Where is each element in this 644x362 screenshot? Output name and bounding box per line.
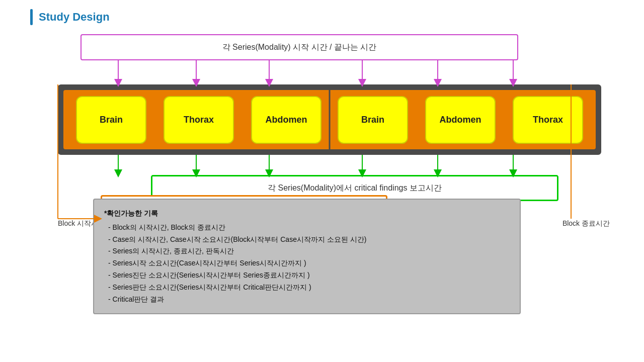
inner-orange-container: Brain Thorax Abdomen Brain Abdomen Thor	[63, 90, 596, 149]
info-item-4: - Series시작 소요시간(Case시작시간부터 Series시작시간까지 …	[108, 257, 510, 269]
group-divider	[329, 90, 331, 149]
title-bar-decoration	[30, 9, 33, 25]
page-title: Study Design	[39, 11, 110, 24]
info-item-3: - Series의 시작시간, 종료시간, 판독시간	[108, 245, 510, 257]
critical-findings-text: 각 Series(Modality)에서 critical findings 보…	[268, 183, 442, 194]
series-box-thorax-2: Thorax	[513, 96, 583, 144]
series-group-1: Brain Thorax Abdomen	[69, 96, 328, 144]
series-box-abdomen-2: Abdomen	[425, 96, 496, 144]
page-title-area: Study Design	[0, 0, 644, 25]
series-box-thorax-1: Thorax	[164, 96, 234, 144]
info-item-6: - Series판단 소요시간(Series시작시간부터 Critical판단시…	[108, 282, 510, 294]
diagram-area: 각 Series(Modality) 시작 시간 / 끝나는 시간 Brain …	[30, 34, 624, 225]
info-box: *확인가능한 기록 - Block의 시작시간, Block의 종료시간 - C…	[93, 199, 521, 314]
block-end-label: Block 종료시간	[562, 219, 610, 228]
series-box-brain-2: Brain	[338, 96, 408, 144]
series-box-brain-1: Brain	[76, 96, 146, 144]
info-item-2: - Case의 시작시간, Case시작 소요시간(Block시작부터 Case…	[108, 234, 510, 246]
top-series-box: 각 Series(Modality) 시작 시간 / 끝나는 시간	[80, 34, 518, 60]
info-item-7: - Critical판단 결과	[108, 294, 510, 306]
info-item-1: - Block의 시작시간, Block의 종료시간	[108, 222, 510, 234]
info-item-5: - Series진단 소요시간(Series시작시간부터 Series종료시간까…	[108, 269, 510, 282]
info-title: *확인가능한 기록	[104, 208, 510, 220]
top-series-text: 각 Series(Modality) 시작 시간 / 끝나는 시간	[222, 42, 377, 53]
series-group-2: Brain Abdomen Thorax	[331, 96, 590, 144]
series-box-abdomen-1: Abdomen	[251, 96, 321, 144]
main-block-container: Brain Thorax Abdomen Brain Abdomen Thor	[58, 84, 601, 155]
